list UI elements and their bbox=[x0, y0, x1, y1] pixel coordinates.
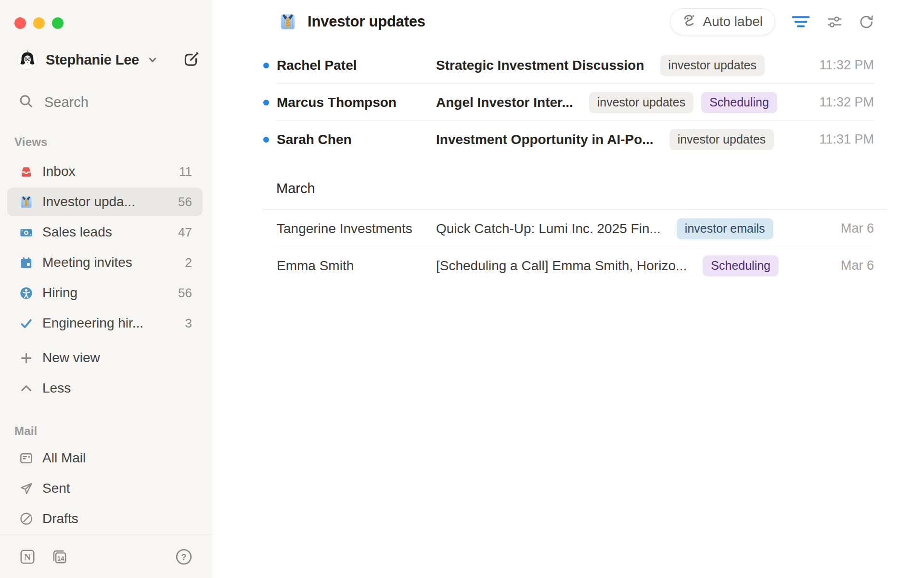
email-list-panel: Investor updates Auto label bbox=[212, 0, 924, 578]
sidebar-item-less[interactable]: Less bbox=[7, 374, 203, 402]
email-tags: Scheduling bbox=[703, 255, 779, 276]
email-tags: investor updatesScheduling bbox=[589, 92, 777, 113]
window-controls bbox=[14, 17, 64, 29]
help-icon[interactable]: ? bbox=[175, 548, 193, 566]
search-button[interactable]: Search bbox=[18, 91, 200, 113]
unread-count-badge: 2 bbox=[185, 255, 192, 270]
unread-dot bbox=[263, 137, 269, 143]
close-window-button[interactable] bbox=[14, 17, 26, 29]
minimize-window-button[interactable] bbox=[33, 17, 45, 29]
sidebar-item-meeting-invites[interactable]: Meeting invites2 bbox=[7, 249, 203, 276]
filter-icon[interactable] bbox=[791, 14, 810, 29]
email-sender: Sarah Chen bbox=[277, 132, 436, 147]
unread-count-badge: 56 bbox=[178, 195, 192, 210]
email-tags: investor emails bbox=[677, 218, 773, 239]
header-actions: Auto label bbox=[670, 8, 874, 35]
auto-label-icon bbox=[681, 13, 696, 31]
auto-label-label: Auto label bbox=[703, 14, 763, 29]
unread-count-badge: 3 bbox=[185, 316, 192, 331]
sidebar-item-investor-upda[interactable]: Investor upda...56 bbox=[7, 188, 203, 216]
unread-count-badge: 56 bbox=[178, 286, 192, 301]
chevron-up-icon bbox=[18, 381, 34, 396]
sidebar-item-engineering-hir[interactable]: Engineering hir...3 bbox=[7, 309, 203, 337]
views-list: Inbox11Investor upda...56Sales leads47Me… bbox=[0, 158, 212, 337]
sidebar-bottom-bar: N 14 ? bbox=[0, 535, 212, 578]
svg-text:N: N bbox=[24, 552, 31, 562]
email-row[interactable]: Emma Smith[Scheduling a Call] Emma Smith… bbox=[212, 247, 924, 284]
label-tag[interactable]: investor emails bbox=[677, 218, 773, 239]
label-tag[interactable]: investor updates bbox=[669, 129, 774, 150]
mail-section-header: Mail bbox=[14, 424, 212, 438]
sidebar: Stephanie Lee Search Views bbox=[0, 0, 212, 578]
email-row[interactable]: Rachel PatelStrategic Investment Discuss… bbox=[212, 47, 924, 84]
sidebar-item-label: Meeting invites bbox=[42, 255, 185, 270]
mail-list: All MailSentDrafts bbox=[0, 444, 212, 533]
label-tag[interactable]: Scheduling bbox=[701, 92, 777, 113]
profile-name: Stephanie Lee bbox=[46, 52, 139, 68]
drafts-icon bbox=[18, 511, 34, 526]
email-tags: investor updates bbox=[660, 55, 765, 76]
email-list: Rachel PatelStrategic Investment Discuss… bbox=[212, 47, 924, 284]
necktie-emoji-icon bbox=[278, 12, 297, 31]
sidebar-item-drafts[interactable]: Drafts bbox=[7, 505, 203, 533]
unread-count-badge: 47 bbox=[178, 225, 192, 240]
unread-dot bbox=[263, 226, 269, 232]
email-row[interactable]: Marcus ThompsonAngel Investor Inter...in… bbox=[212, 84, 924, 121]
svg-text:?: ? bbox=[181, 552, 187, 562]
list-header: Investor updates Auto label bbox=[278, 8, 874, 35]
email-tags: investor updates bbox=[669, 129, 774, 150]
label-tag[interactable]: Scheduling bbox=[703, 255, 779, 276]
search-icon bbox=[18, 93, 34, 111]
email-timestamp: 11:32 PM bbox=[808, 95, 874, 110]
compose-button[interactable] bbox=[182, 51, 200, 69]
unread-dot bbox=[263, 63, 269, 68]
banknote-icon bbox=[18, 224, 34, 240]
email-sender: Marcus Thompson bbox=[277, 95, 436, 110]
views-section-header: Views bbox=[14, 135, 212, 149]
check-icon bbox=[18, 315, 34, 331]
sidebar-item-sales-leads[interactable]: Sales leads47 bbox=[7, 218, 203, 246]
unread-dot bbox=[263, 100, 269, 105]
chevron-down-icon bbox=[147, 54, 158, 66]
date-section-header: March bbox=[262, 158, 887, 210]
email-timestamp: 11:32 PM bbox=[808, 58, 874, 73]
email-subject: Strategic Investment Discussion bbox=[436, 58, 644, 73]
email-timestamp: 11:31 PM bbox=[808, 132, 874, 147]
unread-count-badge: 11 bbox=[179, 164, 192, 179]
sidebar-item-label: All Mail bbox=[42, 450, 192, 466]
email-row[interactable]: Sarah ChenInvestment Opportunity in AI-P… bbox=[212, 121, 924, 158]
calendar-icon bbox=[18, 255, 34, 270]
label-tag[interactable]: investor updates bbox=[589, 92, 693, 113]
sidebar-item-label: Inbox bbox=[42, 164, 179, 179]
sidebar-item-label: Sales leads bbox=[42, 224, 178, 240]
inbox-icon bbox=[18, 164, 34, 179]
sidebar-item-all-mail[interactable]: All Mail bbox=[7, 444, 203, 472]
avatar bbox=[17, 50, 38, 70]
display-settings-icon[interactable] bbox=[826, 13, 843, 30]
allmail-icon bbox=[18, 450, 34, 466]
plus-icon bbox=[18, 350, 34, 366]
email-row[interactable]: Tangerine InvestmentsQuick Catch-Up: Lum… bbox=[212, 210, 924, 247]
sidebar-item-new-view[interactable]: New view bbox=[7, 344, 203, 372]
auto-label-button[interactable]: Auto label bbox=[670, 8, 775, 35]
sent-icon bbox=[18, 481, 34, 496]
notion-logo-icon[interactable]: N bbox=[19, 548, 36, 565]
necktie-icon bbox=[18, 194, 34, 210]
notion-calendar-icon[interactable]: 14 bbox=[51, 548, 69, 566]
sidebar-item-hiring[interactable]: Hiring56 bbox=[7, 279, 203, 307]
sidebar-item-label: Engineering hir... bbox=[42, 315, 185, 331]
profile-switcher[interactable]: Stephanie Lee bbox=[17, 49, 200, 71]
label-tag[interactable]: investor updates bbox=[660, 55, 765, 76]
email-timestamp: Mar 6 bbox=[829, 221, 874, 236]
refresh-icon[interactable] bbox=[859, 14, 874, 30]
sidebar-item-label: Drafts bbox=[42, 511, 192, 526]
zoom-window-button[interactable] bbox=[52, 17, 64, 29]
sidebar-item-inbox[interactable]: Inbox11 bbox=[7, 158, 203, 185]
view-actions: New viewLess bbox=[0, 344, 212, 402]
email-sender: Emma Smith bbox=[277, 258, 436, 274]
sidebar-item-sent[interactable]: Sent bbox=[7, 474, 203, 502]
app-window: Stephanie Lee Search Views bbox=[0, 0, 924, 578]
page-title: Investor updates bbox=[308, 13, 425, 30]
email-timestamp: Mar 6 bbox=[829, 258, 874, 273]
email-sender: Rachel Patel bbox=[277, 58, 436, 73]
